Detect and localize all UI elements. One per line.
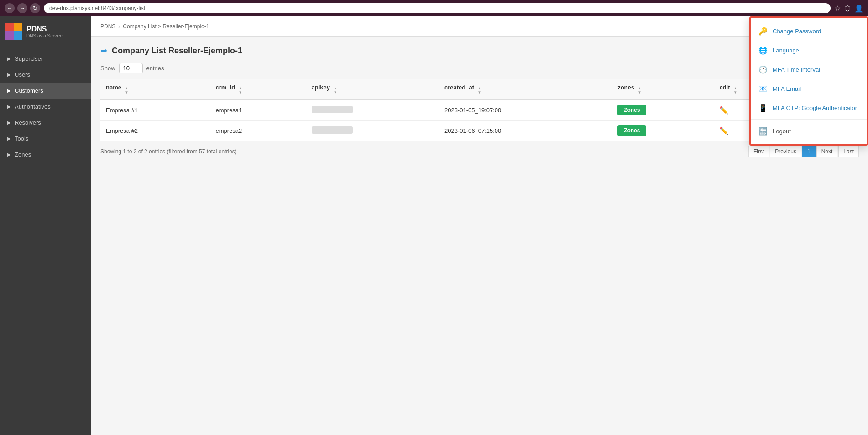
svg-rect-2 bbox=[5, 31, 14, 40]
mfa-time-icon: 🕐 bbox=[758, 64, 768, 74]
pagination-previous[interactable]: Previous bbox=[770, 146, 801, 157]
extension-icon[interactable]: ⬡ bbox=[844, 4, 851, 13]
pagination: First Previous 1 Next Last bbox=[748, 146, 859, 157]
brand-info: PDNS DNS as a Service bbox=[26, 25, 63, 38]
breadcrumb: PDNS › Company List > Reseller-Ejemplo-1 bbox=[100, 23, 209, 30]
sidebar: PDNS DNS as a Service ▶ SuperUser ▶ User… bbox=[0, 16, 91, 435]
sidebar-item-zones[interactable]: ▶ Zones bbox=[0, 147, 91, 162]
table-row: Empresa #1 empresa1 2023-01-05_19:07:00 … bbox=[100, 100, 859, 121]
logout-icon: 🔚 bbox=[758, 126, 768, 136]
pagination-first[interactable]: First bbox=[748, 146, 769, 157]
pagination-1[interactable]: 1 bbox=[802, 146, 816, 157]
showing-text: Showing 1 to 2 of 2 entries (filtered fr… bbox=[100, 148, 237, 155]
forward-button[interactable]: → bbox=[17, 3, 27, 13]
nav-arrow-authoritatives: ▶ bbox=[7, 104, 11, 109]
breadcrumb-pdns[interactable]: PDNS bbox=[100, 23, 115, 30]
svg-rect-3 bbox=[14, 31, 22, 40]
sidebar-item-resolvers[interactable]: ▶ Resolvers bbox=[0, 115, 91, 131]
col-created-at[interactable]: created_at ▲▼ bbox=[439, 79, 612, 100]
page-title: Company List Reseller-Ejemplo-1 bbox=[112, 46, 242, 56]
nav-arrow-resolvers: ▶ bbox=[7, 120, 11, 125]
edit-icon-2[interactable]: ✏️ bbox=[719, 127, 728, 135]
nav-label-customers: Customers bbox=[15, 87, 43, 94]
col-crmid[interactable]: crm_id ▲▼ bbox=[210, 79, 306, 100]
dropdown-logout[interactable]: 🔚 Logout bbox=[751, 121, 867, 141]
nav-arrow-zones: ▶ bbox=[7, 152, 11, 157]
app-layout: PDNS DNS as a Service ▶ SuperUser ▶ User… bbox=[0, 16, 868, 435]
browser-nav-controls: ← → ↻ bbox=[5, 3, 40, 13]
sidebar-item-tools[interactable]: ▶ Tools bbox=[0, 131, 91, 147]
back-button[interactable]: ← bbox=[5, 3, 15, 13]
mfa-otp-label: MFA OTP: Google Authenticator bbox=[773, 105, 857, 111]
dropdown-mfa-time[interactable]: 🕐 MFA Time Interval bbox=[751, 60, 867, 79]
mfa-time-label: MFA Time Interval bbox=[773, 66, 820, 73]
nav-label-zones: Zones bbox=[15, 151, 31, 158]
pagination-next[interactable]: Next bbox=[816, 146, 838, 157]
browser-chrome: ← → ↻ dev-dns.planisys.net:8443/company-… bbox=[0, 0, 868, 16]
table-header: name ▲▼ crm_id ▲▼ apikey ▲▼ created_at ▲… bbox=[100, 79, 859, 100]
nav-arrow-users: ▶ bbox=[7, 72, 11, 77]
nav-label-superuser: SuperUser bbox=[15, 55, 43, 62]
star-icon[interactable]: ☆ bbox=[834, 4, 841, 13]
sidebar-item-users[interactable]: ▶ Users bbox=[0, 67, 91, 83]
mfa-email-label: MFA Email bbox=[773, 85, 801, 92]
table-row: Empresa #2 empresa2 2023-01-06_07:15:00 … bbox=[100, 121, 859, 141]
user-menu-icon[interactable]: 👤 bbox=[854, 4, 863, 13]
nav-arrow-superuser: ▶ bbox=[7, 56, 11, 61]
nav-label-users: Users bbox=[15, 71, 30, 78]
apikey-blurred-1 bbox=[312, 106, 353, 113]
table-controls: Show 10 25 50 100 entries bbox=[100, 63, 859, 73]
cell-crmid-1: empresa1 bbox=[210, 100, 306, 121]
dropdown-language[interactable]: 🌐 Language bbox=[751, 41, 867, 60]
entries-select[interactable]: 10 25 50 100 bbox=[119, 63, 143, 73]
table-body: Empresa #1 empresa1 2023-01-05_19:07:00 … bbox=[100, 100, 859, 141]
entries-label: entries bbox=[146, 65, 164, 72]
change-password-label: Change Password bbox=[773, 28, 821, 35]
page-arrow-icon: ➡ bbox=[100, 46, 107, 56]
cell-name-1: Empresa #1 bbox=[100, 100, 210, 121]
table-footer: Showing 1 to 2 of 2 entries (filtered fr… bbox=[100, 141, 859, 162]
url-bar[interactable]: dev-dns.planisys.net:8443/company-list bbox=[44, 3, 831, 13]
language-label: Language bbox=[773, 47, 799, 54]
language-icon: 🌐 bbox=[758, 45, 768, 55]
cell-created-1: 2023-01-05_19:07:00 bbox=[439, 100, 612, 121]
nav-label-resolvers: Resolvers bbox=[15, 119, 41, 126]
apikey-blurred-2 bbox=[312, 126, 353, 134]
nav-label-authoritatives: Authoritatives bbox=[15, 103, 51, 110]
dropdown-change-password[interactable]: 🔑 Change Password bbox=[751, 21, 867, 41]
col-apikey[interactable]: apikey ▲▼ bbox=[306, 79, 439, 100]
sidebar-item-superuser[interactable]: ▶ SuperUser bbox=[0, 51, 91, 67]
sidebar-item-authoritatives[interactable]: ▶ Authoritatives bbox=[0, 99, 91, 115]
brand-tagline: DNS as a Service bbox=[26, 33, 63, 38]
svg-rect-1 bbox=[14, 23, 22, 31]
nav-label-tools: Tools bbox=[15, 135, 28, 142]
cell-apikey-2 bbox=[306, 121, 439, 141]
cell-created-2: 2023-01-06_07:15:00 bbox=[439, 121, 612, 141]
zones-button-1[interactable]: Zones bbox=[617, 105, 646, 115]
change-password-icon: 🔑 bbox=[758, 26, 768, 36]
cell-crmid-2: empresa2 bbox=[210, 121, 306, 141]
logout-label: Logout bbox=[773, 128, 791, 135]
dropdown-divider bbox=[751, 119, 867, 120]
pagination-last[interactable]: Last bbox=[838, 146, 859, 157]
svg-rect-0 bbox=[5, 23, 14, 31]
breadcrumb-sep1: › bbox=[118, 23, 120, 30]
url-text: dev-dns.planisys.net:8443/company-list bbox=[49, 5, 145, 11]
user-dropdown: 🔑 Change Password 🌐 Language 🕐 MFA Time … bbox=[749, 16, 868, 146]
sidebar-brand: PDNS DNS as a Service bbox=[0, 16, 91, 47]
breadcrumb-company-list[interactable]: Company List > Reseller-Ejemplo-1 bbox=[123, 23, 209, 30]
col-name[interactable]: name ▲▼ bbox=[100, 79, 210, 100]
col-zones[interactable]: zones ▲▼ bbox=[612, 79, 714, 100]
browser-actions: ☆ ⬡ 👤 bbox=[834, 4, 863, 13]
reload-button[interactable]: ↻ bbox=[30, 3, 40, 13]
edit-icon-1[interactable]: ✏️ bbox=[719, 106, 728, 114]
page-header: ➡ Company List Reseller-Ejemplo-1 bbox=[100, 46, 859, 56]
data-table: name ▲▼ crm_id ▲▼ apikey ▲▼ created_at ▲… bbox=[100, 79, 859, 141]
sidebar-item-customers[interactable]: ▶ Customers bbox=[0, 83, 91, 99]
cell-apikey-1 bbox=[306, 100, 439, 121]
zones-button-2[interactable]: Zones bbox=[617, 125, 646, 136]
dropdown-mfa-otp[interactable]: 📱 MFA OTP: Google Authenticator bbox=[751, 98, 867, 117]
brand-name: PDNS bbox=[26, 25, 63, 33]
mfa-email-icon: 📧 bbox=[758, 84, 768, 94]
dropdown-mfa-email[interactable]: 📧 MFA Email bbox=[751, 79, 867, 98]
